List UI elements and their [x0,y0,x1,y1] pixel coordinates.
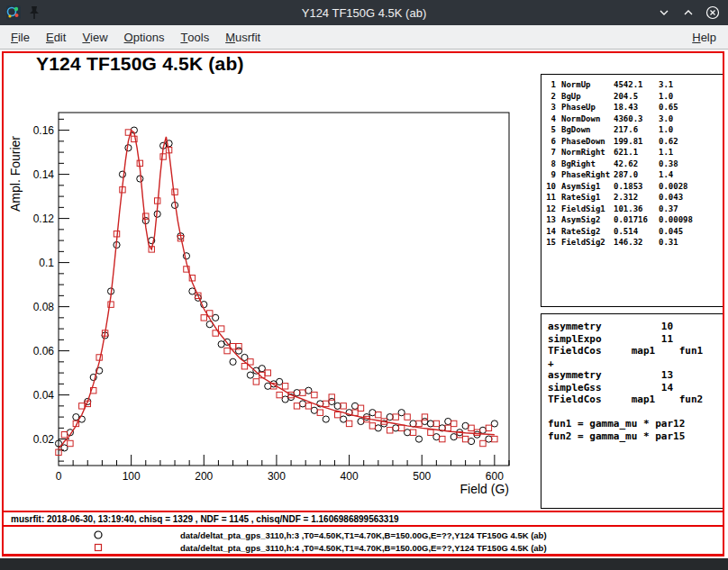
x-axis-title: Field (G) [460,482,509,496]
titlebar[interactable]: Y124 TF150G 4.5K (ab) [0,0,728,25]
svg-text:0.14: 0.14 [33,168,55,181]
svg-text:400: 400 [341,470,359,483]
x-axis: 0100200300400500600 [56,455,509,483]
param-row-PhaseDown: 6PhaseDown199.810.62 [543,136,723,148]
param-name: NormRight [561,147,614,158]
param-error: 0.65 [659,102,723,113]
minimize-icon [658,6,670,19]
param-value: 4542.1 [614,79,659,91]
maximize-icon [682,6,695,19]
param-name: BgRight [561,158,614,170]
param-value: 0.514 [614,226,659,238]
plot-title: Y124 TF150G 4.5K (ab) [36,53,244,75]
theory-line: fun2 = gamma_mu * par15 [548,430,723,443]
param-value: 0.01716 [614,214,659,226]
param-name: RateSig1 [561,192,614,204]
param-error: 0.00098 [659,214,723,226]
param-name: FieldSig2 [561,237,614,249]
param-error: 0.043 [659,192,723,204]
minimize-button[interactable] [656,5,672,21]
menu-edit[interactable]: Edit [38,25,74,49]
theory-line: simpleGss 14 [548,382,723,394]
param-value: 621.1 [614,147,659,158]
param-name: NormUp [561,79,614,91]
legend-marker-square-icon [93,542,104,553]
svg-text:0: 0 [56,470,62,483]
param-value: 217.6 [614,124,659,136]
param-row-BgRight: 8BgRight42.620.38 [543,158,723,170]
param-row-PhaseUp: 3PhaseUp18.430.65 [543,102,723,113]
series-squares-h4 [56,130,497,456]
param-n: 6 [543,136,561,148]
theory-line [548,406,723,419]
app-icon [5,5,22,21]
menu-tools[interactable]: Tools [172,25,217,49]
param-n: 11 [543,192,561,204]
param-value: 204.5 [614,91,659,103]
theory-line: TFieldCos map1 fun2 [548,394,723,406]
param-value: 199.81 [614,136,659,148]
pin-icon[interactable] [27,5,41,20]
stats-pad: musrfit: 2018-06-30, 13:19:40, chisq = 1… [2,511,724,526]
legend-entry-text: data/deltat_pta_gps_3110,h:4 ,T0=4.50K,T… [180,543,547,553]
window-controls [656,5,721,21]
param-error: 0.0028 [659,181,723,193]
close-button[interactable] [705,5,721,21]
theory-line: fun1 = gamma_mu * par12 [548,418,723,430]
param-n: 9 [543,169,561,181]
param-n: 15 [543,237,561,249]
menu-options[interactable]: Options [116,25,173,49]
param-error: 3.1 [659,79,723,91]
theory-line: simplExpo 11 [548,333,723,346]
param-name: RateSig2 [561,226,614,238]
param-row-BgUp: 2BgUp204.51.0 [543,91,723,103]
param-error: 0.37 [659,204,723,215]
param-name: PhaseDown [561,136,614,148]
param-n: 8 [543,158,561,170]
param-value: 0.1853 [614,181,659,193]
param-error: 0.31 [659,237,723,249]
param-error: 1.4 [659,169,723,181]
menubar-help: Help [684,25,728,49]
legend-entry-text: data/deltat_pta_gps_3110,h:3 ,T0=4.50K,T… [180,530,547,540]
param-row-RateSig2: 14RateSig20.5140.045 [543,226,723,238]
fit-stats-text: musrfit: 2018-06-30, 13:19:40, chisq = 1… [11,514,399,524]
menu-file[interactable]: File [3,25,38,49]
theory-line: + [548,357,723,370]
param-row-PhaseRight: 9PhaseRight287.01.4 [543,169,723,181]
param-error: 0.38 [659,158,723,170]
svg-text:500: 500 [413,470,431,483]
param-n: 7 [543,147,561,158]
param-n: 4 [543,113,561,125]
menu-musrfit[interactable]: Musrfit [217,25,268,49]
param-error: 1.0 [659,91,723,103]
param-n: 10 [543,181,561,193]
root-canvas[interactable]: Y124 TF150G 4.5K (ab) 0.020.040.060.080.… [0,50,728,558]
svg-text:0.12: 0.12 [33,213,55,225]
param-row-FieldSig1: 12FieldSig1101.360.37 [543,204,723,215]
menu-view[interactable]: View [74,25,115,49]
menu-help[interactable]: Help [684,25,724,49]
titlebar-icons [5,5,41,21]
param-n: 13 [543,214,561,226]
param-error: 0.62 [659,136,723,148]
maximize-button[interactable] [680,5,696,21]
svg-text:0.04: 0.04 [33,389,55,402]
param-name: BgUp [561,91,614,103]
svg-text:600: 600 [486,470,504,483]
param-value: 42.62 [614,158,659,170]
param-value: 18.43 [614,102,659,113]
param-error: 0.045 [659,226,723,238]
param-row-FieldSig2: 15FieldSig2146.320.31 [543,237,723,249]
svg-text:300: 300 [268,470,286,483]
menubar-items: FileEditViewOptionsToolsMusrfit [0,25,268,49]
series-circles-h3 [55,127,497,451]
param-error: 1.1 [659,147,723,158]
fourier-plot[interactable]: 0.020.040.060.080.10.120.140.16010020030… [5,77,539,509]
param-name: BgDown [561,124,614,136]
param-error: 3.0 [659,113,723,125]
svg-text:0.16: 0.16 [33,124,55,137]
theory-box: asymmetry 10simplExpo 11TFieldCos map1 f… [541,313,723,509]
param-value: 4360.3 [614,113,659,125]
fit-line [59,131,495,448]
